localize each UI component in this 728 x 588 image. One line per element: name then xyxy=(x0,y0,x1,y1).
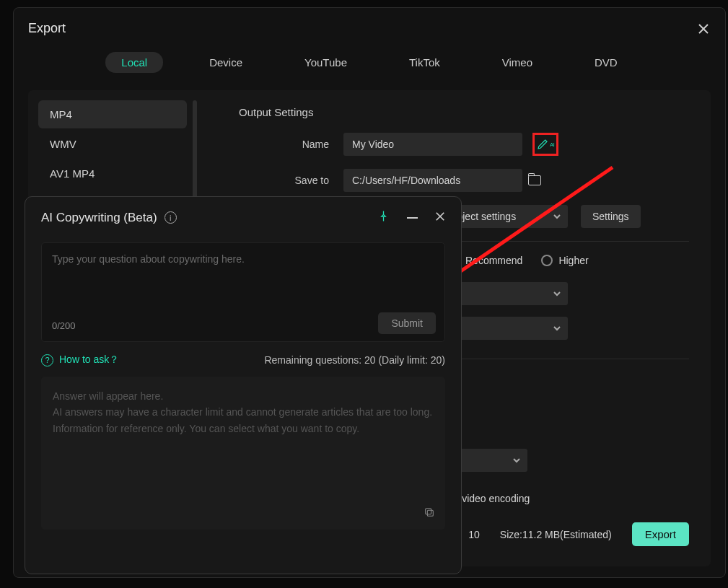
export-button[interactable]: Export xyxy=(632,522,689,546)
settings-button[interactable]: Settings xyxy=(581,205,641,228)
radio-off-icon xyxy=(541,255,553,266)
ai-placeholder: Type your question about copywriting her… xyxy=(52,253,434,265)
ai-panel-header: AI Copywriting (Beta) i xyxy=(41,210,445,225)
format-scrollbar[interactable] xyxy=(193,100,197,201)
row-name: Name AI xyxy=(239,133,689,156)
info-icon[interactable]: i xyxy=(165,211,177,224)
name-input[interactable] xyxy=(343,133,522,156)
ai-help-row: ? How to ask？ Remaining questions: 20 (D… xyxy=(41,354,445,367)
row-saveto: Save to xyxy=(239,169,689,192)
close-icon[interactable] xyxy=(435,211,445,224)
dialog-title: Export xyxy=(28,21,66,36)
pin-icon[interactable] xyxy=(377,210,390,225)
ai-question-input[interactable]: Type your question about copywriting her… xyxy=(41,242,445,342)
row-dropdown-a: 0 xyxy=(439,282,689,305)
ai-char-counter: 0/200 xyxy=(52,320,76,331)
radio-higher[interactable]: Higher xyxy=(541,255,588,266)
output-settings-title: Output Settings xyxy=(239,106,689,118)
tab-device[interactable]: Device xyxy=(193,52,258,73)
footer-size: Size:11.2 MB(Estimated) xyxy=(500,529,612,540)
tab-tiktok[interactable]: TikTok xyxy=(393,52,456,73)
copy-icon[interactable] xyxy=(424,506,435,521)
tab-local[interactable]: Local xyxy=(105,52,163,73)
format-mp4[interactable]: MP4 xyxy=(38,100,187,128)
footer-bar: 10 Size:11.2 MB(Estimated) Export xyxy=(468,522,689,546)
ai-copywriting-panel: AI Copywriting (Beta) i Type your questi… xyxy=(25,196,462,574)
tab-dvd[interactable]: DVD xyxy=(579,52,633,73)
saveto-input[interactable] xyxy=(343,169,522,192)
svg-rect-2 xyxy=(426,509,431,514)
tab-vimeo[interactable]: Vimeo xyxy=(486,52,548,73)
format-wmv[interactable]: WMV xyxy=(38,130,187,158)
ai-answer-box: Answer will appear here. AI answers may … xyxy=(41,377,445,530)
divider xyxy=(426,241,689,242)
export-tabs: Local Device YouTube TikTok Vimeo DVD xyxy=(28,52,711,73)
name-label: Name xyxy=(239,139,329,150)
row-preset: project settings Settings xyxy=(439,205,689,228)
ai-panel-title: AI Copywriting (Beta) xyxy=(41,211,157,225)
folder-icon[interactable] xyxy=(528,175,541,185)
question-icon: ? xyxy=(41,354,53,367)
quality-radios: Recommend Higher xyxy=(448,255,689,266)
minimize-icon[interactable] xyxy=(407,217,418,219)
how-to-ask-link[interactable]: ? How to ask？ xyxy=(41,354,119,367)
format-av1mp4[interactable]: AV1 MP4 xyxy=(38,159,187,188)
svg-rect-1 xyxy=(427,510,433,516)
row-dropdown-b xyxy=(439,317,689,340)
ai-answer-placeholder: Answer will appear here. AI answers may … xyxy=(53,388,434,436)
ai-rename-button[interactable]: AI xyxy=(532,133,558,156)
footer-num: 10 xyxy=(468,529,480,540)
divider xyxy=(426,359,689,359)
ai-submit-button[interactable]: Submit xyxy=(378,312,436,334)
tab-youtube[interactable]: YouTube xyxy=(289,52,363,73)
saveto-label: Save to xyxy=(239,175,329,186)
remaining-questions: Remaining questions: 20 (Daily limit: 20… xyxy=(264,354,445,366)
close-icon[interactable] xyxy=(696,22,711,36)
dialog-header: Export xyxy=(28,21,711,36)
